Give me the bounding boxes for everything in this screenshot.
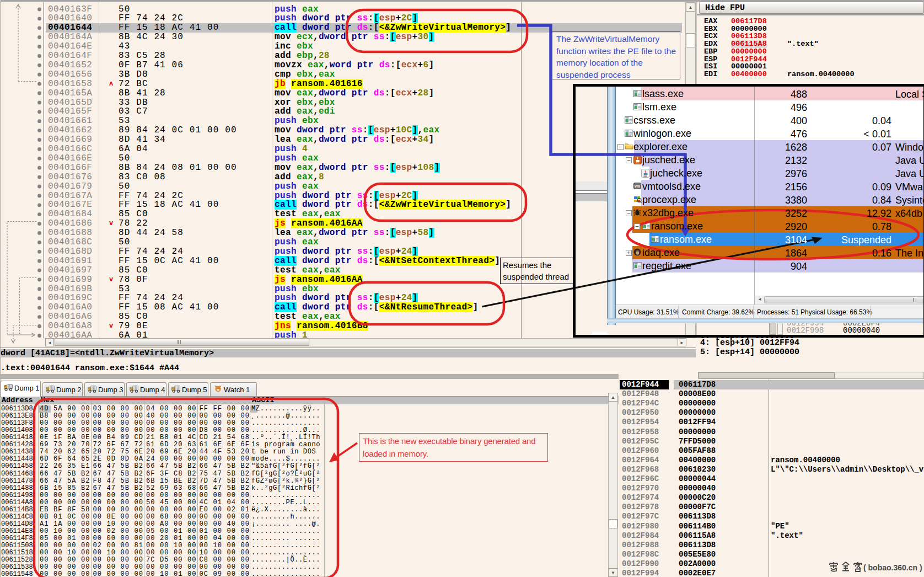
svg-text:( bobao.360.cn ): ( bobao.360.cn ): [863, 563, 922, 572]
